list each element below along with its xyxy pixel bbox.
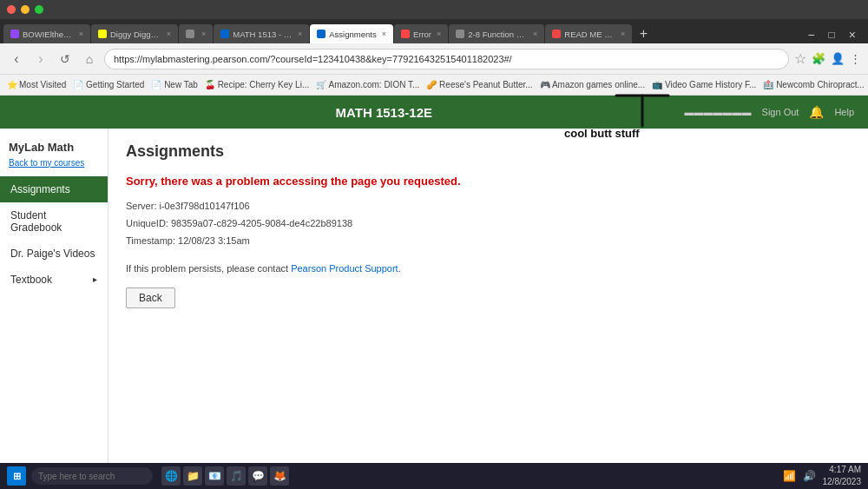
sidebar-item-assignments[interactable]: Assignments <box>0 176 108 202</box>
bookmark-item-8[interactable]: 🏥 Newcomb Chiropract... <box>763 80 864 89</box>
sign-out-link[interactable]: Sign Out <box>762 107 799 117</box>
home-btn[interactable]: ⌂ <box>80 50 99 69</box>
minimize-window-btn[interactable]: − <box>802 26 819 43</box>
error-server: Server: i-0e3f798d10147f106 <box>126 198 851 215</box>
back-to-courses-link[interactable]: Back to my courses <box>0 156 108 176</box>
new-tab-button[interactable]: + <box>633 24 654 43</box>
address-bar[interactable] <box>104 49 789 69</box>
tab-close-3[interactable]: × <box>201 30 206 38</box>
browser-tab-4[interactable]: MATH 1513 - Precalcu... × <box>214 24 309 43</box>
sidebar-item-gradebook[interactable]: Student Gradebook <box>0 202 108 241</box>
bookmark-item-5[interactable]: 🥜 Reese's Peanut Butter... <box>426 80 532 89</box>
maximize-btn[interactable] <box>35 5 43 14</box>
restore-window-btn[interactable]: □ <box>824 27 840 43</box>
page-title: MATH 1513-12E <box>83 105 685 120</box>
minimize-btn[interactable] <box>21 5 30 14</box>
tab-close-4[interactable]: × <box>298 30 302 38</box>
browser-tab-8[interactable]: READ ME FIRST.pdf × <box>545 24 632 43</box>
pearson-support-link[interactable]: Pearson Product Support <box>291 263 398 274</box>
notification-icon[interactable]: 🔔 <box>809 105 824 119</box>
tab-close-6[interactable]: × <box>437 30 441 38</box>
back-nav-btn[interactable]: ‹ <box>7 50 26 69</box>
bookmark-item-6[interactable]: 🎮 Amazon games online... <box>540 80 646 89</box>
error-message: Sorry, there was a problem accessing the… <box>126 175 851 188</box>
taskbar-volume-icon: 🔊 <box>803 470 816 482</box>
profile-icon[interactable]: 👤 <box>831 52 845 65</box>
sidebar-item-videos[interactable]: Dr. Paige's Videos <box>0 241 108 267</box>
taskbar-network-icon: 📶 <box>783 470 796 482</box>
browser-tab-5[interactable]: Assignments × <box>310 24 393 43</box>
browser-tab-7[interactable]: 2-8 Function Operation... × <box>449 24 544 43</box>
back-button[interactable]: Back <box>126 287 175 308</box>
bookmark-item-0[interactable]: ⭐ Most Visited <box>7 80 66 89</box>
error-container: Sorry, there was a problem accessing the… <box>126 175 851 308</box>
taskbar-icon-4[interactable]: 🎵 <box>227 466 246 486</box>
error-uniqueid: UniqueID: 98359a07-c829-4205-9084-de4c22… <box>126 215 851 233</box>
browser-tab-1[interactable]: BOWIEltheHERO - Twitch X × <box>3 24 90 43</box>
refresh-btn[interactable]: ↺ <box>56 50 75 69</box>
error-details: Server: i-0e3f798d10147f106 UniqueID: 98… <box>126 198 851 249</box>
forward-nav-btn[interactable]: › <box>31 50 50 69</box>
app-logo: MyLab Math <box>9 141 99 155</box>
tab-close-2[interactable]: × <box>167 30 171 38</box>
taskbar-search[interactable] <box>31 467 153 485</box>
extensions-icon[interactable]: 🧩 <box>812 52 825 65</box>
error-timestamp: Timestamp: 12/08/23 3:15am <box>126 233 851 250</box>
browser-tab-3[interactable]: × <box>179 24 213 43</box>
bookmark-item-1[interactable]: 📄 Getting Started <box>73 80 144 89</box>
bookmark-item-4[interactable]: 🛒 Amazon.com: DION T... <box>316 80 419 89</box>
help-link[interactable]: Help <box>834 107 854 117</box>
taskbar-icon-2[interactable]: 📁 <box>183 466 202 486</box>
error-contact-text: If this problem persists, please contact… <box>126 263 851 274</box>
browser-tab-2[interactable]: Diggy Diggy Hole - Yo... × <box>91 24 178 43</box>
browser-tab-6[interactable]: Error × <box>394 24 448 43</box>
start-button[interactable]: ⊞ <box>7 466 26 486</box>
close-window-btn[interactable]: × <box>844 26 861 43</box>
page-main-title: Assignments <box>126 142 851 161</box>
bookmark-item-3[interactable]: 🍒 Recipe: Cherry Key Li... <box>205 80 309 89</box>
sidebar-item-textbook[interactable]: Textbook ▸ <box>0 267 108 293</box>
tab-close-1[interactable]: × <box>79 30 83 38</box>
bookmark-item-2[interactable]: 📄 New Tab <box>151 80 198 89</box>
taskbar-icon-6[interactable]: 🦊 <box>270 466 289 486</box>
taskbar-clock: 4:17 AM 12/8/2023 <box>823 464 862 488</box>
bookmark-item-7[interactable]: 📺 Video Game History F... <box>652 80 756 89</box>
bookmark-star-icon[interactable]: ☆ <box>794 50 806 67</box>
taskbar-icon-5[interactable]: 💬 <box>248 466 267 486</box>
tab-close-8[interactable]: × <box>621 30 625 38</box>
textbook-expand-icon: ▸ <box>93 274 97 284</box>
settings-icon[interactable]: ⋮ <box>850 52 861 65</box>
taskbar-icon-3[interactable]: 📧 <box>205 466 224 486</box>
tab-close-5[interactable]: × <box>382 30 386 38</box>
close-btn[interactable] <box>7 5 16 14</box>
header-username: ▬▬▬▬▬▬▬ <box>685 107 752 117</box>
taskbar-icon-1[interactable]: 🌐 <box>161 466 181 486</box>
tab-close-7[interactable]: × <box>533 30 537 38</box>
